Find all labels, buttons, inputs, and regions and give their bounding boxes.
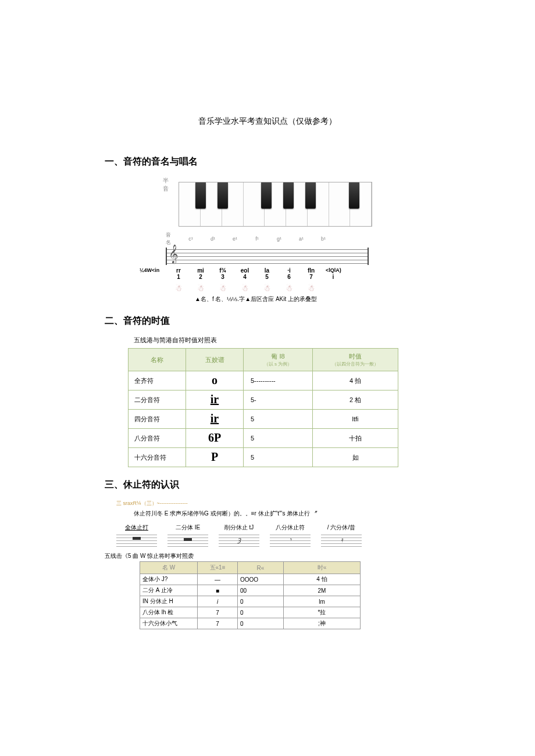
table-row: 八分体 lh 检 7 0 *拉 [140,607,361,618]
note-name [334,236,356,242]
solfege-post-label: <lQlA) [326,267,341,274]
cell-staff: i [198,596,238,607]
rest-label: 削分休止 tJ [219,524,259,532]
th-name: 名称 [129,349,186,371]
cell-duration: ;神 [284,618,361,629]
black-key [217,182,228,209]
solfege: rr [167,267,190,274]
cell-staff: 7 [198,607,238,618]
cell-name: 十六分休小气 [140,618,198,629]
th-staff: 五姣谱 [186,349,244,371]
half-rest-icon [184,538,192,541]
rest-label: 二分体 IE [167,524,208,532]
child-icon: ☃ [167,284,190,293]
rest-sub-caption: 三 sraxR¼（三）~---------------- [116,500,430,507]
cell-name: 全体小 J? [140,574,198,585]
black-key [283,182,294,209]
decorative-icons-row: ☃ ☃ ☃ ☃ ☃ ☃ ☃ [167,284,372,293]
cell-jianpu: 00 [238,585,284,596]
th-jianpu-sub: （以 s 为例） [246,361,310,367]
figure-notes: 半音 音名 [140,177,372,303]
cell-staff: ir [186,410,244,429]
rest-item: 二分体 IE [167,524,208,547]
half-note-icon: ir [211,393,219,406]
cell-name: IN 分休止 H [140,596,198,607]
cell-duration: lm [284,596,361,607]
table-row: 全齐符 o 5---------- 4 拍 [129,371,398,390]
solfege: ·i [278,267,300,274]
cell-duration: 2M [284,585,361,596]
table-row: 全体小 J? — OOOO 4 怕 [140,574,361,585]
cell-name: 八分体 lh 检 [140,607,198,618]
note-name: b¹ [312,236,334,242]
cell-jianpu: OOOO [238,574,284,585]
child-icon: ☃ [212,284,234,293]
cell-jianpu: 0 [238,596,284,607]
table-row: 二分 A 止冷 ■ 00 2M [140,585,361,596]
cell-duration: 如 [313,448,398,467]
cell-jianpu: 0 [238,607,284,618]
cell-staff: o [186,371,244,390]
rest-item: 削分休止 tJ ȝ [219,524,259,547]
solfege-number: 1 [167,274,190,280]
eighth-note-icon: 6P [208,431,221,444]
note-name: f¹ [246,236,268,242]
cell-duration: 十拍 [313,429,398,448]
solfege-number: 5 [256,274,278,280]
child-icon: ☃ [234,284,256,293]
rest-staff-icon [116,533,157,547]
cell-jianpu: 5 [244,448,313,467]
cell-duration: 2 柏 [313,390,398,410]
solfege: mi [190,267,212,274]
child-icon: ☃ [278,284,300,293]
note-name: d¹ [202,236,224,242]
th-jianpu: 葡 I8 （以 s 为例） [244,349,313,371]
cell-duration: 4 拍 [313,371,398,390]
whole-rest-icon [133,537,141,540]
table-row: 十六分休小气 7 0 ;神 [140,618,361,629]
th-duration-text: 时值 [349,353,362,360]
rest-item: 全体止打 [116,524,157,547]
cell-name: 四分音符 [129,410,186,429]
child-icon: ☃ [300,284,322,293]
cell-staff: ■ [198,585,238,596]
solfege-number: 6 [278,274,300,280]
document-title: 音乐学业水平考查知识点（仅做参考） [105,116,430,127]
rest-table-caption: 五线击《5 曲 W 惊止将时事对照袭 [105,552,430,560]
sixteenth-note-icon: P [211,450,218,463]
cell-name: 八分音符 [129,429,186,448]
number-row: 1 2 3 4 5 6 7 i [167,274,372,280]
solfege-number: 3 [212,274,234,280]
child-icon: ☃ [256,284,278,293]
keyboard [179,182,372,227]
solfege-number: i [322,274,344,280]
note-name: g¹ [268,236,290,242]
cell-staff: 6P [186,429,244,448]
solfege: eol [234,267,256,274]
cell-staff: 7 [198,618,238,629]
cell-staff: ir [186,390,244,410]
section-2-title: 二、音符的时值 [105,315,430,327]
rest-staff-icon: 𝄾 [270,533,311,547]
solfege: la [256,267,278,274]
rest-duration-table: 名 W 五«1≡ R« 时« 全体小 J? — OOOO 4 怕 二分 A 止冷… [140,561,361,629]
section-1-title: 一、音符的音名与唱名 [105,156,430,168]
cell-duration: *拉 [284,607,361,618]
cell-staff: — [198,574,238,585]
rest-examples-row: 全体止打 二分体 IE 削分休止 tJ ȝ 八分休止符 𝄾 [116,524,430,547]
rest-staff-icon: 𝄿 [321,533,362,547]
cell-name: 二分音符 [129,390,186,410]
staff-area: 音名 c¹ d¹ e¹ f¹ g¹ a¹ b¹ 𝄞 [166,231,372,265]
table-row: 十六分音符 P 5 如 [129,448,398,467]
child-icon: ☃ [190,284,212,293]
th-duration-sub: （以四分音符为一般） [315,361,395,367]
music-staff: 𝄞 [166,248,369,265]
th-name: 名 W [140,562,198,574]
cell-name: 十六分音符 [129,448,186,467]
rest-staff-icon: ȝ [219,533,259,547]
cell-name: 二分 A 止冷 [140,585,198,596]
figure-caption: ▲名、f 名、⅓⅓.字▲后区含应 AKit 上的承叠型 [140,295,372,303]
rest-staff-icon [167,533,208,547]
document-page: 音乐学业水平考查知识点（仅做参考） 一、音符的音名与唱名 半音 [0,0,535,687]
rest-item: 八分休止符 𝄾 [270,524,311,547]
